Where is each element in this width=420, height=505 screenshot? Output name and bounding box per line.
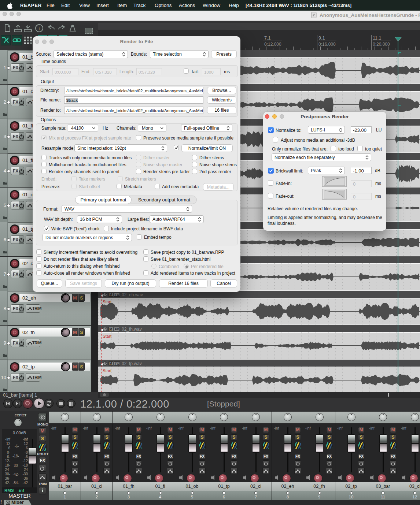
svg-text:i: i	[39, 26, 40, 31]
